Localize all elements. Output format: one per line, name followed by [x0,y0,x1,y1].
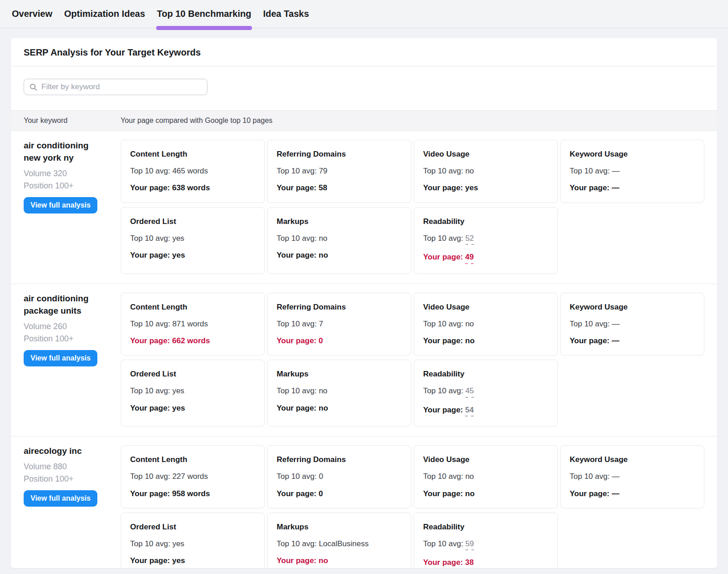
your-page-value[interactable]: 54 [465,406,474,417]
your-page-label: Your page: [423,336,463,345]
your-page-value: yes [465,183,478,192]
your-page-line: Your page: no [423,336,548,345]
your-page-line: Your page: 0 [277,336,402,345]
top10-avg-label: Top 10 avg: [277,472,317,481]
metric-card: Readability Top 10 avg: 52 Your page: 49 [414,207,558,274]
metric-title: Markups [277,370,402,379]
your-page-line: Your page: no [277,404,402,413]
top10-avg-label: Top 10 avg: [130,472,170,481]
keyword-rows: air conditioning new york ny Volume 320 … [11,131,717,568]
top10-avg-line: Top 10 avg: 7 [277,320,402,329]
metric-title: Content Length [130,455,255,464]
metric-card: Video Usage Top 10 avg: no Your page: ye… [414,140,558,203]
metric-title: Readability [423,217,548,226]
metric-card: Video Usage Top 10 avg: no Your page: no [414,293,558,356]
top10-avg-line: Top 10 avg: 0 [277,472,402,481]
metric-card: Markups Top 10 avg: no Your page: no [267,360,411,427]
metric-card: Ordered List Top 10 avg: yes Your page: … [121,207,265,274]
top10-avg-value: no [465,320,474,328]
your-page-value: no [465,336,475,345]
top10-avg-value: 871 words [172,320,208,328]
keyword-column: air conditioning package units Volume 26… [24,293,121,427]
top10-avg-value: 465 words [172,167,208,175]
your-page-label: Your page: [570,489,610,498]
metric-title: Referring Domains [277,303,402,312]
metric-card: Keyword Usage Top 10 avg: — Your page: — [560,140,704,203]
top10-avg-label: Top 10 avg: [570,472,610,481]
your-page-label: Your page: [277,404,317,412]
top10-avg-line: Top 10 avg: 871 words [130,320,255,329]
your-page-value[interactable]: 49 [465,253,474,264]
tab-overview[interactable]: Overview [12,0,52,28]
panel-header: SERP Analysis for Your Target Keywords [11,38,717,66]
metric-card: Markups Top 10 avg: LocalBusiness Your p… [267,513,411,568]
metric-card: Referring Domains Top 10 avg: 7 Your pag… [267,293,411,356]
your-page-label: Your page: [130,489,170,498]
your-page-value: — [612,183,619,192]
your-page-value: 662 words [172,336,210,345]
keyword-column: airecology inc Volume 880 Position 100+ … [24,445,121,568]
your-page-value[interactable]: 38 [465,558,474,568]
keyword-position: Position 100+ [24,333,106,345]
metric-title: Video Usage [423,455,548,464]
your-page-label: Your page: [130,336,170,345]
your-page-line: Your page: 49 [423,253,548,264]
top10-avg-line: Top 10 avg: LocalBusiness [277,539,402,549]
top10-avg-value[interactable]: 59 [465,539,474,550]
your-page-label: Your page: [130,404,170,412]
your-page-line: Your page: yes [130,556,255,565]
top10-avg-label: Top 10 avg: [423,386,463,395]
tab-idea-tasks[interactable]: Idea Tasks [263,0,309,28]
top10-avg-value: — [612,167,620,175]
metric-card: Ordered List Top 10 avg: yes Your page: … [121,360,265,427]
top10-avg-value: LocalBusiness [319,539,369,548]
your-page-line: Your page: yes [130,251,255,260]
search-icon [30,83,37,91]
top10-avg-value: 227 words [172,472,208,481]
top10-avg-label: Top 10 avg: [423,167,463,175]
keyword-position: Position 100+ [24,473,106,485]
top10-avg-label: Top 10 avg: [130,539,170,548]
top10-avg-value: no [319,234,328,243]
your-page-label: Your page: [423,489,463,498]
metric-title: Keyword Usage [570,150,695,159]
your-page-value: 0 [318,489,323,498]
top10-avg-label: Top 10 avg: [130,234,170,243]
your-page-line: Your page: yes [423,183,548,193]
keyword-position: Position 100+ [24,180,106,192]
metric-title: Ordered List [130,370,255,379]
keyword-name: airecology inc [24,445,106,457]
keyword-volume: Volume 320 [24,168,106,180]
keyword-filter-input[interactable] [41,82,202,91]
metric-card: Readability Top 10 avg: 59 Your page: 38 [414,513,558,568]
top10-avg-label: Top 10 avg: [130,320,170,328]
top10-avg-line: Top 10 avg: yes [130,234,255,243]
tab-optimization-ideas[interactable]: Optimization Ideas [64,0,145,28]
top10-avg-line: Top 10 avg: no [423,320,548,329]
metric-card: Content Length Top 10 avg: 465 words You… [121,140,265,203]
metric-title: Readability [423,523,548,532]
your-page-line: Your page: 638 words [130,183,255,193]
your-page-value: no [318,404,328,412]
tab-top-10-benchmarking[interactable]: Top 10 Benchmarking [157,0,251,28]
top10-avg-line: Top 10 avg: no [277,386,402,396]
keyword-filter-box[interactable] [24,79,207,95]
top10-avg-value[interactable]: 45 [465,386,474,397]
view-full-analysis-button[interactable]: View full analysis [24,490,97,507]
your-page-line: Your page: 38 [423,558,548,568]
your-page-value: 958 words [172,489,210,498]
metric-title: Ordered List [130,217,255,226]
top10-avg-label: Top 10 avg: [423,472,463,481]
your-page-value: yes [172,556,185,565]
top10-avg-value[interactable]: 52 [465,234,474,245]
keyword-row: airecology inc Volume 880 Position 100+ … [11,437,717,568]
top10-avg-label: Top 10 avg: [130,386,170,395]
top10-avg-value: — [612,320,620,328]
your-page-label: Your page: [277,251,317,259]
view-full-analysis-button[interactable]: View full analysis [24,197,97,213]
your-page-line: Your page: — [570,336,695,345]
your-page-value: — [612,489,619,498]
top10-avg-line: Top 10 avg: no [423,472,548,481]
view-full-analysis-button[interactable]: View full analysis [24,350,97,366]
metric-card: Keyword Usage Top 10 avg: — Your page: — [560,293,704,356]
